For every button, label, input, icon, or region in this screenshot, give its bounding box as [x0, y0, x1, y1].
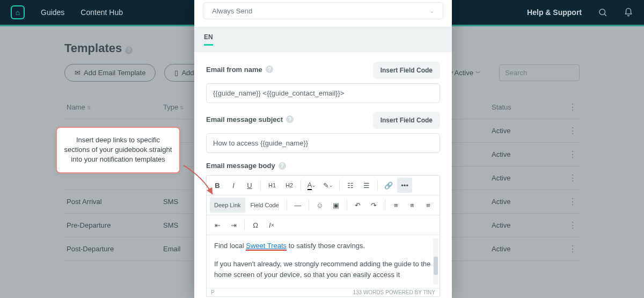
bold-button[interactable]: B: [210, 178, 225, 193]
text-color-button[interactable]: A ⌄: [304, 178, 319, 193]
help-icon[interactable]: ?: [266, 66, 273, 73]
underline-button[interactable]: U: [242, 178, 257, 193]
editor-toolbar-row-3: ⇤ ⇥ Ω I×: [207, 215, 440, 235]
rich-text-editor: B I U H1 H2 A ⌄ ✎ ⌄ ☷ ☰ 🔗 ••• Deep Link …: [206, 175, 440, 297]
edit-template-modal: Always Send ⌄ EN Email from name ? Inser…: [194, 0, 452, 298]
subject-input[interactable]: How to access {{guide_name}}: [206, 133, 440, 153]
link-button[interactable]: 🔗: [381, 178, 396, 193]
undo-button[interactable]: ↶: [350, 198, 365, 213]
deep-link-sweet-treats[interactable]: Sweet Treats: [246, 242, 287, 251]
bell-icon[interactable]: [624, 8, 633, 17]
h1-button[interactable]: H1: [264, 178, 280, 193]
help-icon[interactable]: ?: [286, 115, 294, 123]
number-list-button[interactable]: ☰: [359, 178, 374, 193]
editor-textarea[interactable]: Find local Sweet Treats to satisfy those…: [207, 235, 440, 288]
lang-tab-en[interactable]: EN: [204, 33, 213, 46]
subject-label: Email message subject ?: [206, 115, 373, 123]
nav-guides[interactable]: Guides: [41, 8, 64, 17]
body-label: Email message body ?: [206, 162, 440, 170]
redo-button[interactable]: ↷: [367, 198, 382, 213]
image-button[interactable]: ▣: [328, 198, 343, 213]
bullet-list-button[interactable]: ☷: [343, 178, 358, 193]
highlight-button[interactable]: ✎ ⌄: [320, 178, 336, 193]
more-button[interactable]: •••: [397, 178, 412, 193]
deep-link-button[interactable]: Deep Link: [210, 198, 245, 213]
svg-point-0: [599, 9, 605, 15]
insert-field-code-button[interactable]: Insert Field Code: [373, 62, 440, 79]
hr-button[interactable]: —: [290, 198, 305, 213]
outdent-button[interactable]: ⇤: [210, 217, 225, 232]
omega-button[interactable]: Ω: [248, 217, 263, 232]
field-code-button[interactable]: Field Code: [246, 198, 283, 213]
trigger-select[interactable]: Always Send ⌄: [203, 2, 443, 19]
search-icon[interactable]: [598, 8, 608, 17]
brand-logo-icon[interactable]: ⌂: [11, 5, 25, 19]
editor-statusbar: P 133 WORDS POWERED BY TINY: [207, 288, 440, 296]
svg-line-1: [604, 14, 606, 16]
feature-callout: Insert deep links to specific sections o…: [56, 127, 180, 173]
insert-field-code-button[interactable]: Insert Field Code: [373, 112, 440, 129]
h2-button[interactable]: H2: [281, 178, 297, 193]
nav-content-hub[interactable]: Content Hub: [80, 8, 123, 17]
from-name-input[interactable]: {{guide_name}} <{{guide_contact_email}}>: [206, 83, 440, 103]
italic-button[interactable]: I: [226, 178, 241, 193]
editor-toolbar-row-2: Deep Link Field Code — ☺ ▣ ↶ ↷ ≡ ≡ ≡: [207, 195, 440, 215]
emoji-button[interactable]: ☺: [312, 198, 327, 213]
editor-toolbar-row-1: B I U H1 H2 A ⌄ ✎ ⌄ ☷ ☰ 🔗 •••: [207, 176, 440, 195]
nav-help[interactable]: Help & Support: [527, 8, 582, 17]
chevron-down-icon: ⌄: [429, 8, 434, 14]
align-right-button[interactable]: ≡: [421, 198, 436, 213]
from-name-label: Email from name ?: [206, 66, 373, 74]
align-left-button[interactable]: ≡: [389, 198, 404, 213]
language-tabs: EN: [194, 27, 452, 52]
help-icon[interactable]: ?: [279, 162, 286, 170]
clear-format-button[interactable]: I×: [264, 217, 279, 232]
indent-button[interactable]: ⇥: [226, 217, 241, 232]
editor-scrollbar[interactable]: [433, 238, 438, 285]
align-center-button[interactable]: ≡: [405, 198, 420, 213]
